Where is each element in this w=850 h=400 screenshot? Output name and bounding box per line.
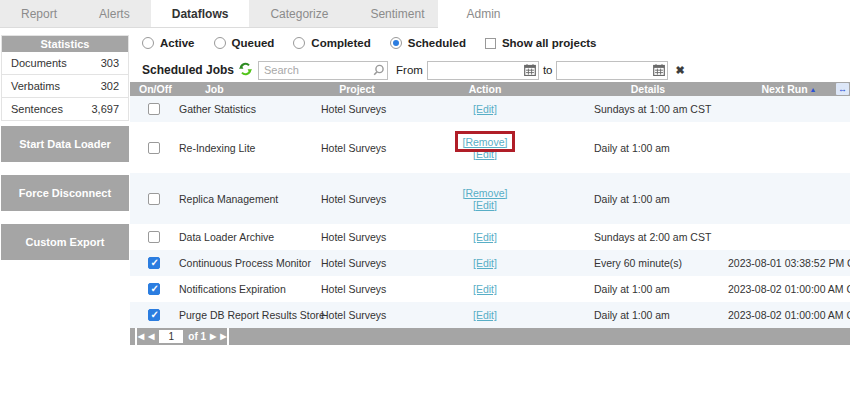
tab-admin[interactable]: Admin: [445, 0, 521, 27]
custom-export-button[interactable]: Custom Export: [1, 224, 129, 260]
checkbox-icon[interactable]: [485, 38, 496, 49]
job-cell: Purge DB Report Results Store: [178, 309, 312, 321]
search-input[interactable]: [258, 61, 388, 80]
column-header-project[interactable]: Project: [312, 82, 402, 97]
page-number-input[interactable]: [159, 330, 183, 343]
schedule-details: Daily at 1:00 am: [594, 142, 670, 154]
action-cell: [Edit]: [402, 257, 568, 269]
column-header-details[interactable]: Details: [568, 82, 728, 97]
onoff-cell: [130, 309, 178, 321]
radio-button-icon[interactable]: [293, 37, 305, 49]
project-name: Hotel Surveys: [321, 142, 386, 154]
jobs-toolbar: Scheduled Jobs From: [142, 60, 685, 80]
from-date-input[interactable]: [427, 61, 539, 80]
tab-categorize[interactable]: Categorize: [249, 0, 349, 27]
from-date-box: [427, 61, 539, 80]
sort-ascending-icon[interactable]: ▲: [810, 86, 817, 93]
job-enabled-checkbox[interactable]: [148, 257, 160, 269]
job-cell: Data Loader Archive: [178, 231, 312, 243]
radio-scheduled[interactable]: Scheduled: [390, 37, 466, 49]
table-row: Purge DB Report Results Store Hotel Surv…: [130, 302, 850, 328]
job-name: Replica Management: [179, 193, 278, 205]
onoff-cell: [130, 142, 178, 154]
radio-button-icon[interactable]: [214, 37, 226, 49]
tab-alerts[interactable]: Alerts: [78, 0, 151, 27]
radio-queued[interactable]: Queued: [214, 37, 275, 49]
calendar-icon[interactable]: [653, 64, 665, 78]
radio-label[interactable]: Scheduled: [408, 37, 466, 49]
edit-link[interactable]: [Edit]: [463, 148, 508, 160]
column-header-job[interactable]: Job: [178, 82, 312, 97]
radio-completed[interactable]: Completed: [293, 37, 370, 49]
project-cell: Hotel Surveys: [312, 231, 402, 243]
job-enabled-checkbox[interactable]: [148, 231, 160, 243]
action-cell: [Edit]: [402, 283, 568, 295]
start-data-loader-button[interactable]: Start Data Loader: [1, 126, 129, 162]
project-cell: Hotel Surveys: [312, 283, 402, 295]
table-header: On/Off Job Project Action Details Next R…: [130, 82, 850, 96]
table-body: Gather Statistics Hotel Surveys [Edit] S…: [130, 96, 850, 328]
stat-label: Sentences: [11, 103, 63, 115]
show-all-projects-checkbox[interactable]: Show all projects: [485, 37, 597, 49]
refresh-icon[interactable]: [239, 62, 252, 78]
job-enabled-checkbox[interactable]: [148, 283, 160, 295]
radio-button-icon[interactable]: [390, 37, 402, 49]
next-run-label[interactable]: Next Run: [761, 83, 807, 95]
radio-label[interactable]: Active: [160, 37, 195, 49]
stat-value: 3,697: [91, 103, 119, 115]
edit-link[interactable]: [Edit]: [473, 283, 497, 295]
job-enabled-checkbox[interactable]: [148, 193, 160, 205]
clear-dates-icon[interactable]: ✖: [675, 64, 684, 77]
project-name: Hotel Surveys: [321, 283, 386, 295]
column-header-action[interactable]: Action: [402, 82, 568, 97]
stat-row-documents: Documents 303: [2, 52, 128, 75]
stat-label: Documents: [11, 57, 67, 69]
first-page-button[interactable]: ◀: [135, 328, 144, 345]
column-header-next-run[interactable]: Next Run▲: [728, 82, 850, 97]
details-cell: Daily at 1:00 am: [568, 193, 728, 205]
job-enabled-checkbox[interactable]: [148, 103, 160, 115]
edit-link[interactable]: [Edit]: [473, 103, 497, 115]
action-cell: [Edit]: [402, 309, 568, 321]
edit-link[interactable]: [Edit]: [473, 257, 497, 269]
job-cell: Continuous Process Monitor: [178, 257, 312, 269]
scheduled-jobs-title: Scheduled Jobs: [142, 63, 234, 77]
column-header-onoff[interactable]: On/Off: [130, 82, 178, 97]
project-name: Hotel Surveys: [321, 309, 386, 321]
job-enabled-checkbox[interactable]: [148, 142, 160, 154]
search-icon[interactable]: [373, 64, 385, 78]
force-disconnect-button[interactable]: Force Disconnect: [1, 175, 129, 211]
column-resize-icon[interactable]: ↔: [836, 83, 849, 95]
radio-label[interactable]: Queued: [232, 37, 275, 49]
job-name: Gather Statistics: [179, 103, 256, 115]
onoff-cell: [130, 283, 178, 295]
last-page-button[interactable]: ▶: [220, 328, 229, 345]
details-cell: Daily at 1:00 am: [568, 142, 728, 154]
schedule-details: Daily at 1:00 am: [594, 283, 670, 295]
tab-bar: Report Alerts Dataflows Categorize Senti…: [0, 0, 438, 28]
to-date-box: [556, 61, 668, 80]
tab-report[interactable]: Report: [0, 0, 78, 27]
scheduled-jobs-table: On/Off Job Project Action Details Next R…: [130, 82, 850, 345]
job-cell: Gather Statistics: [178, 103, 312, 115]
next-page-button[interactable]: ▶: [210, 328, 216, 345]
edit-link[interactable]: [Edit]: [473, 309, 497, 321]
calendar-icon[interactable]: [524, 64, 536, 78]
job-enabled-checkbox[interactable]: [148, 309, 160, 321]
project-cell: Hotel Surveys: [312, 309, 402, 321]
table-row: Notifications Expiration Hotel Surveys […: [130, 276, 850, 302]
radio-button-icon[interactable]: [142, 37, 154, 49]
tab-sentiment[interactable]: Sentiment: [349, 0, 445, 27]
from-label: From: [396, 64, 423, 76]
to-date-input[interactable]: [556, 61, 668, 80]
radio-active[interactable]: Active: [142, 37, 195, 49]
remove-link[interactable]: [Remove]: [463, 187, 508, 199]
edit-link[interactable]: [Edit]: [463, 199, 508, 211]
checkbox-label[interactable]: Show all projects: [502, 37, 597, 49]
previous-page-button[interactable]: ◀: [148, 328, 154, 345]
tab-dataflows[interactable]: Dataflows: [151, 0, 250, 27]
remove-link[interactable]: [Remove]: [463, 136, 508, 148]
onoff-cell: [130, 231, 178, 243]
edit-link[interactable]: [Edit]: [473, 231, 497, 243]
radio-label[interactable]: Completed: [311, 37, 370, 49]
